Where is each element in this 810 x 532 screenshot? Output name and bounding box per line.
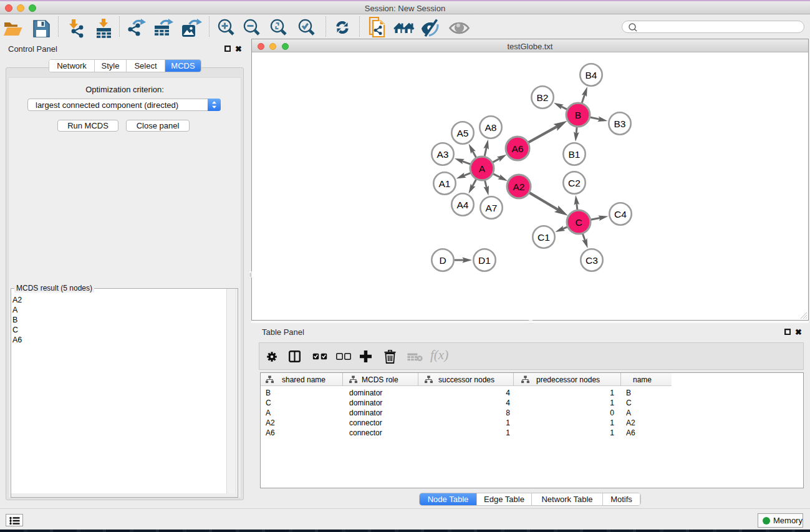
svg-text:D: D (439, 255, 446, 266)
svg-text:C4: C4 (614, 209, 627, 220)
svg-text:A6: A6 (512, 143, 524, 154)
svg-text:C3: C3 (586, 255, 598, 266)
svg-text:B1: B1 (569, 149, 581, 160)
svg-text:A1: A1 (439, 178, 451, 189)
svg-text:B2: B2 (537, 92, 549, 103)
svg-text:A3: A3 (437, 149, 449, 160)
svg-text:B4: B4 (586, 70, 597, 80)
svg-text:A: A (479, 163, 486, 174)
svg-text:C1: C1 (538, 232, 550, 243)
svg-text:B3: B3 (614, 118, 626, 129)
svg-text:A2: A2 (513, 181, 525, 192)
svg-text:B: B (575, 110, 581, 120)
svg-text:D1: D1 (478, 255, 491, 266)
svg-text:A8: A8 (485, 122, 497, 133)
svg-text:A4: A4 (457, 200, 469, 210)
svg-text:A5: A5 (457, 128, 469, 138)
svg-text:C2: C2 (568, 178, 581, 188)
svg-text:C: C (575, 217, 582, 228)
svg-text:A7: A7 (486, 203, 498, 213)
